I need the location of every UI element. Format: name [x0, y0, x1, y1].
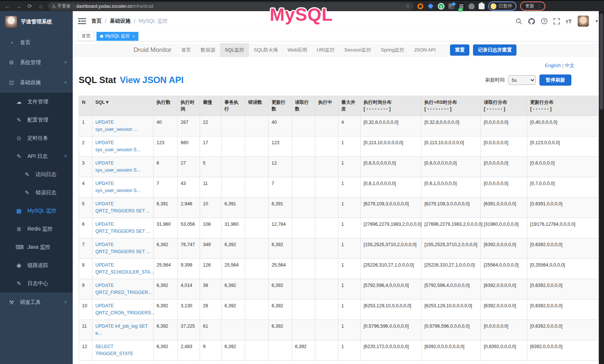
address-bar[interactable]: ⚠ 不安全 dashboard.yudao.iocoder.cn/infra/d…	[48, 2, 414, 10]
column-header[interactable]: 最慢	[200, 96, 221, 116]
sql-link[interactable]: UPDATE sys_user_session S...	[95, 161, 141, 173]
lang-chinese-link[interactable]: 中文	[565, 63, 574, 68]
column-header[interactable]: SQL▼	[92, 96, 154, 116]
sidebar-item-redis-monitor[interactable]: ≣Redis 监控	[0, 220, 73, 238]
column-header[interactable]: 读取行数	[292, 96, 315, 116]
close-icon[interactable]: ×	[132, 34, 135, 39]
column-header[interactable]: 事务执行	[221, 96, 245, 116]
column-header[interactable]: 执行中	[315, 96, 338, 116]
github-icon[interactable]	[528, 18, 535, 25]
app-logo[interactable]: 芋道管理系统	[0, 11, 73, 33]
browser-scrollbar[interactable]	[599, 11, 604, 364]
sidebar-item-tracing[interactable]: ◉链路追踪	[0, 256, 73, 274]
column-header[interactable]: 执行+RS时分布[ - - - - - - - - ]	[421, 96, 481, 116]
reload-icon[interactable]: ⟳	[26, 3, 33, 10]
sidebar-item-error-logs[interactable]: ✎错误日志	[0, 183, 73, 202]
sql-link[interactable]: UPDATE sys_user_session S...	[95, 181, 141, 193]
tab-mysql-monitor[interactable]: MySQL 监控×	[96, 32, 138, 41]
druid-nav-item[interactable]: 首页	[177, 43, 196, 57]
pause-refresh-button[interactable]: 暂停刷新	[539, 75, 571, 86]
column-header[interactable]: 错误数	[245, 96, 269, 116]
browser-update-button[interactable]: 更新 ⋮	[520, 1, 545, 11]
column-header[interactable]: 更新行数	[269, 96, 292, 116]
column-header[interactable]: 读取行分布[ - - - - - - ]	[481, 96, 527, 116]
gear-icon: ⚙	[8, 59, 15, 66]
druid-nav-item[interactable]: Web应用	[283, 43, 312, 57]
sidebar-item-home[interactable]: ◔首页	[0, 33, 73, 53]
help-icon[interactable]: ?	[541, 18, 548, 24]
sql-link[interactable]: UPDATE inf_job_log SET e...	[95, 324, 148, 336]
extensions-puzzle-icon[interactable]	[479, 3, 485, 9]
druid-nav-item[interactable]: URI监控	[312, 43, 339, 57]
extension-y-icon[interactable]: y	[438, 3, 444, 10]
fullscreen-icon[interactable]	[554, 18, 560, 24]
tab-home[interactable]: 首页	[78, 32, 94, 41]
sql-link[interactable]: SELECT TRIGGER_STATE	[95, 344, 133, 356]
column-header[interactable]: 执行时间	[178, 96, 200, 116]
sidebar-item-java-monitor[interactable]: ⌨Java 监控	[0, 238, 73, 256]
table-cell: 25,564	[269, 259, 292, 279]
sidebar-item-scheduled-jobs[interactable]: ⊙定时任务	[0, 129, 73, 147]
sql-link[interactable]: UPDATE QRTZ_FIRED_TRIGGER...	[95, 283, 152, 295]
home-icon[interactable]: ⌂	[37, 3, 45, 9]
extension-blob-icon[interactable]	[469, 3, 475, 9]
table-cell: 40	[154, 116, 178, 136]
druid-nav-item[interactable]: SQL防火墙	[249, 43, 283, 57]
sql-link[interactable]: UPDATE sys_user_session S...	[95, 140, 141, 152]
table-cell: 17	[200, 136, 221, 157]
eye-icon: ◉	[16, 262, 22, 269]
column-header[interactable]: N	[79, 96, 92, 116]
back-icon[interactable]: ←	[4, 3, 11, 9]
scrollbar-thumb[interactable]	[600, 13, 603, 110]
extension-donut-icon[interactable]	[417, 3, 423, 9]
view-json-api-link[interactable]: View JSON API	[120, 75, 184, 85]
druid-nav-item[interactable]: JSON API	[409, 43, 441, 56]
sidebar-item-dev-tools[interactable]: ⚒研发工具˅	[0, 292, 73, 312]
column-header[interactable]: 执行数	[154, 96, 178, 116]
sidebar-item-mysql-monitor[interactable]: ▦MySQL 监控	[0, 202, 73, 220]
menu-kebab-icon[interactable]: ⋮	[537, 5, 542, 7]
sql-link[interactable]: UPDATE sys_user_session ...	[95, 120, 137, 132]
sidebar-item-config-mgmt[interactable]: ✎配置管理	[0, 111, 73, 129]
profile-paused-chip[interactable]: 已暂停	[488, 1, 516, 11]
table-cell: 1	[338, 198, 361, 218]
column-header[interactable]: 执行时间分布[ - - - - - - - - ]	[361, 96, 421, 116]
extension-gem-icon[interactable]	[428, 3, 434, 9]
breadcrumb-home[interactable]: 首页	[91, 18, 102, 24]
druid-brand[interactable]: Druid Monitor	[128, 46, 177, 54]
chevron-down-icon[interactable]: ▼	[595, 19, 599, 23]
search-icon[interactable]	[516, 18, 522, 24]
column-header[interactable]: 更新行分布[ - - - - - - ]	[527, 96, 598, 116]
sidebar-toggle-icon[interactable]	[78, 17, 86, 25]
druid-nav-item[interactable]: Session监控	[339, 43, 376, 57]
druid-nav-item[interactable]: Spring监控	[376, 43, 409, 57]
sidebar-item-api-logs[interactable]: ✎API 日志˄	[0, 147, 73, 165]
sql-link[interactable]: UPDATE QRTZ_CRON_TRIGGERS...	[95, 303, 155, 315]
extension-list-icon[interactable]: on	[459, 3, 465, 9]
breadcrumb-infrastructure[interactable]: 基础设施	[110, 18, 131, 24]
bookmark-star-icon[interactable]: ☆	[406, 3, 410, 9]
sidebar-item-system-mgmt[interactable]: ⚙系统管理˅	[0, 53, 73, 73]
extension-blocks-icon[interactable]	[449, 3, 454, 9]
druid-nav-sql-monitor-active[interactable]: SQL监控	[220, 43, 249, 57]
table-cell: 1	[338, 177, 361, 198]
sql-link[interactable]: UPDATE QRTZ_TRIGGERS SET ...	[95, 222, 150, 234]
sidebar-item-access-logs[interactable]: ✎访问日志	[0, 165, 73, 183]
reset-button[interactable]: 重置	[450, 44, 469, 56]
sidebar-item-file-mgmt[interactable]: ☁文件管理	[0, 93, 73, 111]
not-secure-warning[interactable]: ⚠ 不安全	[52, 3, 71, 9]
sql-link[interactable]: UPDATE QRTZ_SCHEDULER_STA...	[95, 262, 154, 275]
column-header[interactable]: 最大并发	[338, 96, 361, 116]
sidebar-item-log-center[interactable]: ✎日志中心	[0, 274, 73, 292]
sql-link[interactable]: UPDATE QRTZ_TRIGGERS SET ...	[95, 242, 150, 254]
druid-nav-item[interactable]: 数据源	[196, 43, 220, 57]
font-size-icon[interactable]: тT	[566, 18, 572, 24]
histogram-legend: [ - - - - - - ]	[530, 106, 595, 112]
forward-icon[interactable]: →	[15, 3, 22, 9]
user-avatar[interactable]	[578, 16, 589, 27]
sql-link[interactable]: UPDATE QRTZ_TRIGGERS SET ...	[95, 201, 150, 214]
lang-english-link[interactable]: English	[545, 63, 561, 68]
sidebar-item-infrastructure[interactable]: ⊡基础设施˄	[0, 73, 73, 93]
log-and-reset-button[interactable]: 记录日志并重置	[473, 44, 516, 56]
refresh-interval-select[interactable]: 5s	[508, 75, 536, 85]
